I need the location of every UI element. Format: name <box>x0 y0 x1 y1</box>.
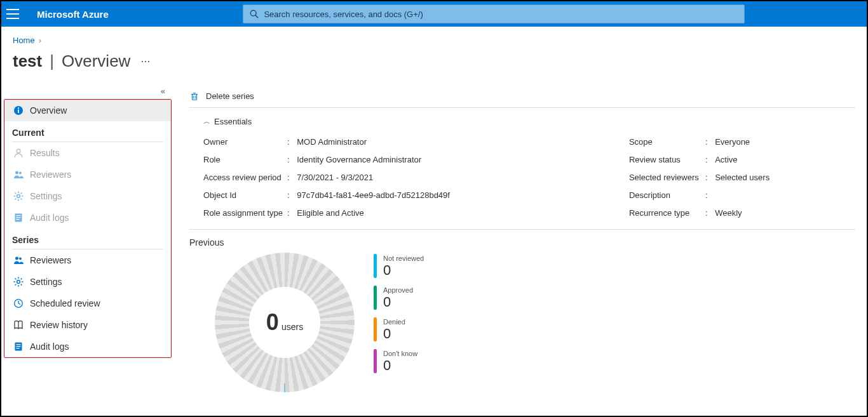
main-content: Delete series ︿ Essentials Owner: MOD Ad… <box>172 83 867 392</box>
sidebar-item-scheduled-review[interactable]: Scheduled review <box>4 293 171 314</box>
svg-rect-18 <box>17 215 21 216</box>
sidebar-item-label: Reviewers <box>30 255 71 265</box>
users-icon <box>13 169 24 180</box>
sidebar-item-settings-current[interactable]: Settings <box>4 185 171 207</box>
sidebar-item-overview[interactable]: Overview <box>4 100 171 121</box>
svg-line-16 <box>15 199 17 200</box>
log-icon <box>13 213 24 223</box>
info-icon <box>13 105 24 116</box>
svg-rect-19 <box>17 217 21 218</box>
ess-val: Everyone <box>715 137 750 147</box>
ess-val: Weekly <box>715 208 742 218</box>
chevron-up-icon: ︿ <box>203 117 210 126</box>
legend-value: 0 <box>383 358 417 373</box>
more-actions-button[interactable]: ··· <box>135 55 150 68</box>
svg-point-6 <box>15 171 18 175</box>
collapse-sidebar-button[interactable]: « <box>1 83 172 99</box>
sidebar-item-auditlogs-series[interactable]: Audit logs <box>4 336 171 357</box>
svg-point-4 <box>18 107 19 109</box>
svg-point-7 <box>19 172 22 175</box>
collapse-icon: « <box>161 86 165 96</box>
legend-value: 0 <box>383 295 413 310</box>
ess-key: Object Id <box>203 190 287 200</box>
essentials-title: Essentials <box>214 117 252 126</box>
search-input[interactable] <box>264 10 738 19</box>
title-main: test <box>13 51 42 71</box>
hamburger-icon[interactable] <box>6 9 19 19</box>
ess-val: 97c7db41-fa81-4ee9-adbd-7d52128bd49f <box>297 190 450 200</box>
svg-point-23 <box>17 281 20 284</box>
sidebar-group-series: Series <box>4 228 171 249</box>
ess-val: Eligible and Active <box>297 208 364 218</box>
breadcrumb-home[interactable]: Home <box>13 36 35 45</box>
svg-line-34 <box>18 303 20 305</box>
top-bar: Microsoft Azure <box>1 1 867 27</box>
command-bar: Delete series <box>189 85 855 108</box>
svg-line-29 <box>21 284 22 286</box>
clock-icon <box>13 298 24 308</box>
sidebar-item-review-history[interactable]: Review history <box>4 314 171 336</box>
svg-point-5 <box>17 149 20 153</box>
ess-key: Scope <box>629 137 705 147</box>
title-sub: Overview <box>62 51 130 71</box>
svg-line-14 <box>21 199 22 200</box>
gear-icon <box>13 277 24 287</box>
gear-icon <box>13 191 24 201</box>
legend-item-denied: Denied 0 <box>374 317 424 341</box>
svg-point-22 <box>19 258 22 260</box>
delete-series-button[interactable]: Delete series <box>206 91 254 101</box>
breadcrumb: Home › <box>1 27 867 45</box>
svg-line-15 <box>21 193 22 194</box>
sidebar-item-label: Results <box>30 148 60 158</box>
ess-val: MOD Administrator <box>297 137 367 147</box>
ess-key: Selected reviewers <box>629 173 705 182</box>
ess-key: Access review period <box>203 173 287 182</box>
ess-val: 7/30/2021 - 9/3/2021 <box>297 173 373 182</box>
search-icon <box>250 10 259 18</box>
sidebar-item-label: Review history <box>30 320 88 330</box>
legend-label: Denied <box>383 317 405 326</box>
sidebar-item-settings-series[interactable]: Settings <box>4 271 171 293</box>
svg-line-31 <box>15 284 17 286</box>
svg-line-30 <box>21 279 22 280</box>
sidebar-item-auditlogs-current[interactable]: Audit logs <box>4 207 171 228</box>
sidebar-item-label: Scheduled review <box>30 298 100 308</box>
legend-label: Approved <box>383 286 413 295</box>
sidebar-item-label: Audit logs <box>30 341 69 352</box>
legend-value: 0 <box>383 326 405 341</box>
donut-value: 0 <box>266 309 279 336</box>
donut-unit: users <box>281 322 303 332</box>
sidebar-item-results[interactable]: Results <box>4 142 171 164</box>
svg-line-28 <box>15 279 17 280</box>
sidebar-item-reviewers-current[interactable]: Reviewers <box>4 164 171 185</box>
legend-item-approved: Approved 0 <box>374 286 424 310</box>
user-icon <box>13 148 24 158</box>
global-search[interactable] <box>243 4 745 23</box>
legend-item-notreviewed: Not reviewed 0 <box>374 254 424 278</box>
ess-key: Owner <box>203 137 287 147</box>
ess-key: Role assignment type <box>203 208 287 218</box>
brand: Microsoft Azure <box>37 9 109 20</box>
sidebar-item-reviewers-series[interactable]: Reviewers <box>4 249 171 271</box>
ess-val: Selected users <box>715 173 770 182</box>
svg-point-8 <box>17 195 20 198</box>
svg-rect-40 <box>193 94 197 100</box>
svg-point-21 <box>15 257 18 260</box>
svg-rect-39 <box>17 348 20 348</box>
sidebar-item-label: Settings <box>30 191 62 201</box>
essentials-section: ︿ Essentials Owner: MOD Administrator Ro… <box>189 117 855 230</box>
ess-key: Role <box>203 155 287 164</box>
users-icon <box>13 255 24 265</box>
sidebar-item-label: Audit logs <box>30 213 69 223</box>
previous-title: Previous <box>189 230 855 253</box>
legend-value: 0 <box>383 263 424 278</box>
sidebar-group-current: Current <box>4 121 171 142</box>
sidebar-item-label: Overview <box>30 105 67 116</box>
svg-rect-20 <box>17 219 20 220</box>
essentials-toggle[interactable]: ︿ Essentials <box>203 117 855 126</box>
svg-rect-37 <box>17 344 21 345</box>
log-icon <box>13 341 24 352</box>
delete-icon <box>189 91 200 102</box>
chevron-right-icon: › <box>39 36 41 45</box>
legend-label: Don't know <box>383 349 417 358</box>
